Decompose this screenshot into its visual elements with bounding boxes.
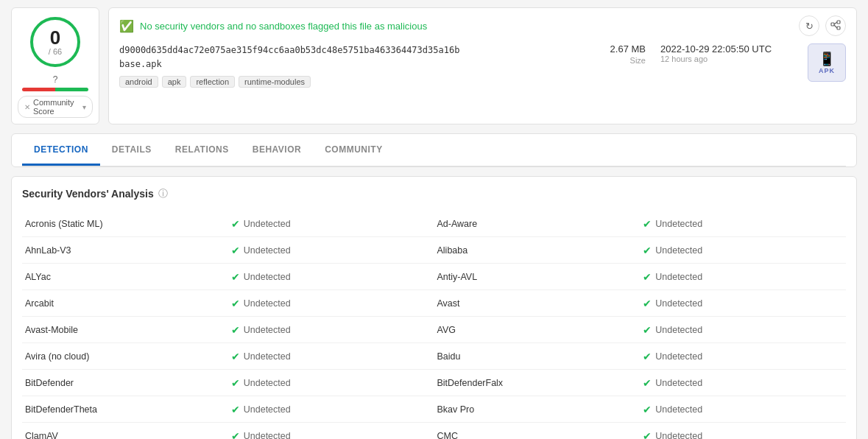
vendor-status-right: ✔ Undetected	[640, 398, 846, 421]
share-button[interactable]	[825, 15, 846, 36]
check-icon: ✔	[231, 377, 240, 389]
refresh-button[interactable]: ↻	[799, 15, 819, 36]
table-row: ALYac ✔ Undetected Antiy-AVL ✔ Undetecte…	[22, 264, 846, 290]
svg-line-3	[834, 22, 837, 24]
check-icon: ✔	[231, 430, 240, 440]
tab-detection[interactable]: DETECTION	[22, 134, 100, 166]
file-tag[interactable]: runtime-modules	[239, 76, 311, 88]
svg-rect-2	[837, 27, 840, 29]
status-text-left: Undetected	[244, 404, 291, 415]
community-score-label: Community Score	[33, 98, 80, 116]
table-row: AhnLab-V3 ✔ Undetected Alibaba ✔ Undetec…	[22, 237, 846, 264]
table-row: BitDefenderTheta ✔ Undetected Bkav Pro ✔…	[22, 396, 846, 423]
status-text-left: Undetected	[244, 245, 291, 256]
vendor-name-right: BitDefenderFalx	[434, 372, 641, 394]
status-text-left: Undetected	[244, 272, 291, 282]
vendor-status-right: ✔ Undetected	[640, 345, 846, 368]
vendor-name-right: Bkav Pro	[434, 398, 641, 421]
vendor-status-left: ✔ Undetected	[228, 318, 434, 342]
banner-left: ✅ No security vendors and no sandboxes f…	[119, 19, 427, 33]
section-title: Security Vendors' Analysis	[22, 188, 154, 200]
score-circle: 0 / 66	[30, 17, 80, 67]
vendor-name-right: AVG	[434, 319, 641, 341]
community-score-tag[interactable]: ✕ Community Score ▾	[18, 96, 93, 118]
table-row: BitDefender ✔ Undetected BitDefenderFalx…	[22, 370, 846, 396]
status-text-right: Undetected	[655, 219, 702, 229]
chevron-down-icon: ▾	[82, 103, 86, 111]
vendor-name-left: Avira (no cloud)	[22, 345, 228, 368]
status-text-right: Undetected	[655, 351, 702, 362]
vendor-status-left: ✔ Undetected	[228, 398, 434, 421]
vendor-status-left: ✔ Undetected	[228, 424, 434, 440]
check-icon: ✔	[643, 298, 652, 309]
file-date-ago: 12 hours ago	[660, 55, 708, 63]
check-icon: ✔	[231, 271, 240, 283]
file-name: base.apk	[119, 57, 565, 71]
status-text-right: Undetected	[655, 298, 702, 309]
vendor-name-left: Arcabit	[22, 292, 228, 315]
status-text-left: Undetected	[244, 219, 291, 229]
vendor-status-right: ✔ Undetected	[640, 239, 846, 262]
apk-symbol-icon: 📱	[819, 51, 835, 67]
tabs-row: DETECTIONDETAILSRELATIONSBEHAVIORCOMMUNI…	[22, 134, 846, 166]
vendor-status-right: ✔ Undetected	[640, 318, 846, 342]
status-text-right: Undetected	[655, 378, 702, 388]
file-size-block: 2.67 MB Size	[579, 43, 646, 65]
vendor-name-left: Acronis (Static ML)	[22, 213, 228, 235]
status-text-right: Undetected	[655, 272, 702, 282]
vendor-table: Acronis (Static ML) ✔ Undetected Ad-Awar…	[22, 211, 846, 439]
status-text-left: Undetected	[244, 431, 291, 440]
vendor-status-right: ✔ Undetected	[640, 292, 846, 315]
check-icon: ✔	[643, 245, 652, 256]
status-text-right: Undetected	[655, 245, 702, 256]
vendor-name-left: Avast-Mobile	[22, 319, 228, 341]
tab-community[interactable]: COMMUNITY	[313, 134, 395, 166]
status-text-right: Undetected	[655, 404, 702, 415]
share-icon	[830, 20, 841, 32]
vendor-name-left: BitDefenderTheta	[22, 398, 228, 421]
tag-close-icon[interactable]: ✕	[24, 103, 30, 111]
file-date-value: 2022-10-29 22:05:50 UTC	[660, 43, 772, 55]
file-hash[interactable]: d9000d635dd4ac72e075ae315f94cc6aa0b53dc4…	[119, 43, 565, 57]
file-tag[interactable]: apk	[162, 76, 187, 88]
check-icon: ✔	[231, 404, 240, 415]
svg-line-4	[834, 25, 837, 28]
tab-relations[interactable]: RELATIONS	[163, 134, 241, 166]
vendor-name-left: BitDefender	[22, 372, 228, 394]
file-tags: androidapkreflectionruntime-modules	[119, 76, 565, 88]
vendor-status-left: ✔ Undetected	[228, 292, 434, 315]
vendor-status-right: ✔ Undetected	[640, 212, 846, 236]
vendor-status-right: ✔ Undetected	[640, 371, 846, 395]
file-tag[interactable]: android	[119, 76, 158, 88]
vendor-name-right: Alibaba	[434, 239, 641, 261]
table-row: ClamAV ✔ Undetected CMC ✔ Undetected	[22, 423, 846, 439]
score-total: / 66	[49, 47, 62, 56]
status-text-left: Undetected	[244, 378, 291, 388]
info-panel: ✅ No security vendors and no sandboxes f…	[108, 7, 857, 124]
table-row: Avast-Mobile ✔ Undetected AVG ✔ Undetect…	[22, 317, 846, 343]
tab-details[interactable]: DETAILS	[100, 134, 163, 166]
banner-icons: ↻	[799, 15, 846, 36]
vendor-name-right: Antiy-AVL	[434, 266, 641, 288]
table-row: Acronis (Static ML) ✔ Undetected Ad-Awar…	[22, 211, 846, 237]
vendor-name-left: AhnLab-V3	[22, 239, 228, 261]
score-panel: 0 / 66 ? ✕ Community Score ▾	[11, 7, 99, 124]
file-tag[interactable]: reflection	[190, 76, 235, 88]
check-icon: ✔	[643, 324, 652, 336]
vendor-name-left: ALYac	[22, 266, 228, 288]
banner-text: No security vendors and no sandboxes fla…	[140, 21, 427, 32]
check-icon: ✔	[643, 377, 652, 389]
vendor-status-left: ✔ Undetected	[228, 239, 434, 262]
file-info-row: d9000d635dd4ac72e075ae315f94cc6aa0b53dc4…	[119, 43, 846, 88]
status-text-left: Undetected	[244, 325, 291, 335]
apk-icon: 📱 APK	[808, 43, 846, 82]
refresh-icon: ↻	[805, 21, 814, 32]
check-icon: ✔	[643, 430, 652, 440]
vendor-name-right: Ad-Aware	[434, 213, 641, 235]
svg-rect-1	[837, 21, 840, 24]
file-size-label: Size	[630, 56, 646, 65]
tab-behavior[interactable]: BEHAVIOR	[241, 134, 313, 166]
info-icon[interactable]: ⓘ	[158, 187, 168, 200]
status-text-left: Undetected	[244, 351, 291, 362]
check-icon: ✔	[231, 298, 240, 309]
